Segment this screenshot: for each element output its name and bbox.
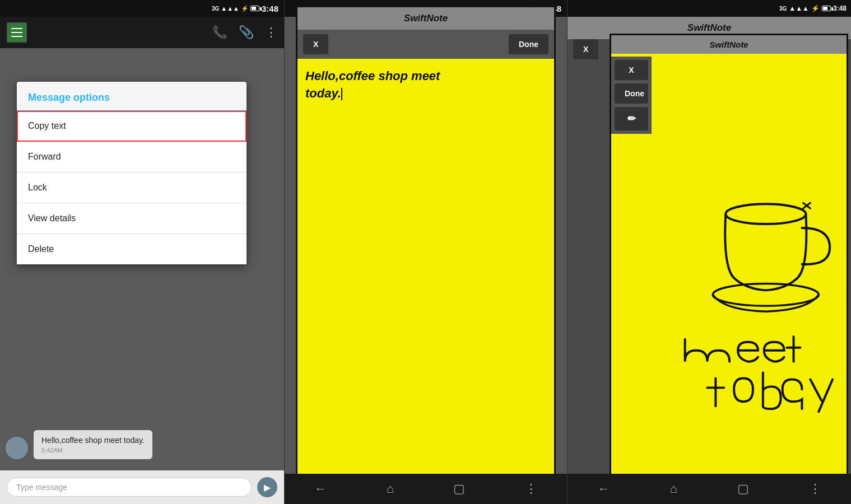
swiftnote-inner-window: SwiftNote X Done ✏ [610, 34, 848, 501]
back-button-3[interactable]: ← [597, 482, 610, 496]
msg-time: 5:42AM [41, 447, 145, 454]
swiftnote-toolbar-2: X Done [297, 30, 554, 59]
drawing-svg [652, 57, 847, 500]
message-input[interactable]: Type message [7, 478, 252, 497]
hamburger-line [11, 36, 22, 37]
recent-button-2[interactable]: ▢ [453, 482, 465, 496]
home-button-3[interactable]: ⌂ [669, 482, 677, 496]
signal-bars-3: ▲▲▲ [789, 4, 809, 12]
msg-text: Hello,coffee shop meet today. [41, 436, 145, 445]
status-icons-1: 3G ▲▲▲ ⚡ [212, 5, 259, 12]
status-bar-3: 3G ▲▲▲ ⚡ 3:48 [568, 0, 851, 17]
message-area: Message options Copy text Forward Lock V… [0, 48, 284, 470]
android-topbar-1: 📞 📎 ⋮ [0, 17, 284, 48]
swiftnote-inner-title-3: SwiftNote [611, 35, 847, 54]
battery-icon-1 [250, 6, 259, 11]
home-button-2[interactable]: ⌂ [387, 482, 394, 496]
svg-point-1 [713, 283, 819, 306]
panel-messaging: 3G ▲▲▲ ⚡ 3:48 📞 📎 ⋮ Message options Copy… [0, 0, 284, 504]
phone-icon[interactable]: 📞 [212, 25, 227, 40]
signal-3g-3: 3G [779, 6, 787, 12]
swiftnote-title-2: SwiftNote [297, 7, 554, 30]
recent-button-3[interactable]: ▢ [737, 482, 749, 496]
hamburger-icon[interactable] [7, 22, 27, 43]
back-button-2[interactable]: ← [314, 482, 327, 496]
swiftnote-content-2[interactable]: Hello,coffee shop meettoday. [297, 59, 554, 502]
swiftnote-text-window: SwiftNote X Done Hello,coffee shop meett… [296, 6, 556, 504]
message-bubble-area: Hello,coffee shop meet today. 5:42AM [6, 430, 152, 459]
input-bar: Type message ▶ [0, 470, 284, 504]
more-icon-1[interactable]: ⋮ [265, 25, 277, 40]
battery-icon-3 [822, 6, 831, 11]
swiftnote-note-text: Hello,coffee shop meettoday. [305, 68, 546, 102]
menu-item-lock[interactable]: Lock [17, 172, 247, 203]
panel-swiftnote-text: 3G ▲▲▲ ⚡ 3:48 SwiftNote X Done Hello,cof… [284, 0, 568, 504]
menu-item-delete[interactable]: Delete [17, 234, 247, 264]
text-cursor [341, 88, 342, 100]
message-bubble: Hello,coffee shop meet today. 5:42AM [34, 430, 152, 459]
svg-point-0 [726, 204, 806, 224]
hamburger-line [11, 28, 22, 29]
signal-bars-1: ▲▲▲ [221, 5, 239, 12]
context-menu: Message options Copy text Forward Lock V… [17, 82, 247, 264]
clip-icon[interactable]: 📎 [239, 25, 254, 40]
panel-swiftnote-draw: 3G ▲▲▲ ⚡ 3:48 SwiftNote X SwiftNote X Do… [568, 0, 851, 504]
nav-bar-3: ← ⌂ ▢ ⋮ [568, 474, 851, 504]
lightning-icon-3: ⚡ [811, 4, 820, 12]
inner-done-btn-3[interactable]: Done [615, 83, 648, 104]
status-bar-1: 3G ▲▲▲ ⚡ 3:48 [0, 0, 284, 17]
swiftnote-title-outer-3: SwiftNote [687, 22, 731, 33]
signal-3g-1: 3G [212, 6, 219, 12]
context-menu-title: Message options [17, 82, 247, 111]
time-1: 3:48 [262, 4, 278, 13]
inner-pencil-btn-3[interactable]: ✏ [615, 107, 648, 130]
menu-item-forward[interactable]: Forward [17, 142, 247, 172]
swiftnote-done-button-2[interactable]: Done [509, 34, 548, 54]
menu-item-view-details[interactable]: View details [17, 203, 247, 234]
lightning-icon-1: ⚡ [241, 5, 249, 12]
avatar [6, 437, 28, 459]
menu-item-copy-text[interactable]: Copy text [17, 111, 247, 142]
inner-toolbar-3: X Done ✏ [611, 57, 652, 134]
inner-x-btn-3[interactable]: X [615, 60, 648, 80]
swiftnote-x-outer-3[interactable]: X [573, 39, 598, 59]
hamburger-line [11, 32, 22, 33]
x-btn-outer-3[interactable]: X [573, 39, 598, 59]
more-icon-3[interactable]: ⋮ [809, 482, 821, 496]
send-button[interactable]: ▶ [257, 477, 277, 497]
more-icon-2[interactable]: ⋮ [525, 482, 537, 496]
swiftnote-x-button-2[interactable]: X [303, 34, 328, 54]
msg-bubble: Hello,coffee shop meet today. 5:42AM [34, 430, 152, 459]
drawing-canvas[interactable] [652, 57, 847, 500]
nav-bar-2: ← ⌂ ▢ ⋮ [285, 474, 567, 504]
time-3: 3:48 [833, 4, 847, 12]
